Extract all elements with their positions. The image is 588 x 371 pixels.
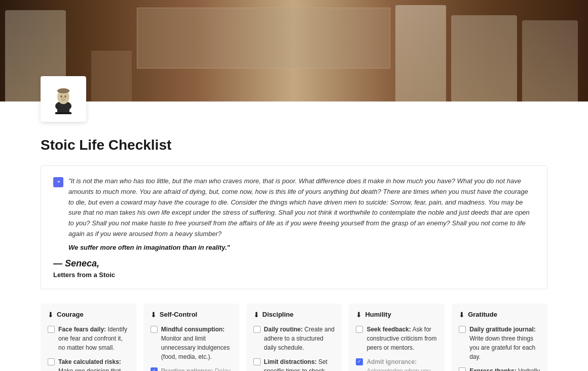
checkbox-self-control-1[interactable] [151,367,158,371]
checkbox-humility-0[interactable] [356,326,363,333]
item-label: Daily gratitude journal: Write down thre… [469,325,540,361]
item-label: Take calculated risks: Make one decision… [58,357,129,371]
checklist-col-gratitude: ⬇GratitudeDaily gratitude journal: Write… [452,303,547,371]
col-title-humility: Humility [365,311,391,318]
col-header-courage: ⬇Courage [48,311,129,319]
checklist-col-self-control: ⬇Self-ControlMindful consumption: Monito… [143,303,239,371]
list-item: Daily gratitude journal: Write down thre… [459,325,540,361]
list-item: Limit distractions: Set specific times t… [253,357,335,371]
list-item: Express thanks: Verbally thank someone w… [459,366,540,371]
item-label: Daily routine: Create and adhere to a st… [264,325,335,352]
checkbox-courage-1[interactable] [48,358,55,365]
checkbox-humility-1[interactable] [356,358,363,365]
checkbox-gratitude-1[interactable] [459,367,466,371]
checklist-col-discipline: ⬇DisciplineDaily routine: Create and adh… [246,303,342,371]
col-icon-gratitude: ⬇ [459,311,465,319]
item-label: Seek feedback: Ask for constructive crit… [366,325,437,352]
list-item: Daily routine: Create and adhere to a st… [253,325,335,352]
avatar-bust-icon [46,81,81,117]
list-item: Mindful consumption: Monitor and limit u… [151,325,232,361]
quote-header: "It is not the man who has too little, b… [53,176,535,251]
quote-author: — Seneca, [53,258,535,269]
item-label: Practice patience: Delay gratification i… [161,366,232,371]
item-label: Admit ignorance: Acknowledge when you do… [366,357,437,371]
checkbox-discipline-0[interactable] [253,326,261,333]
svg-point-5 [57,88,69,93]
col-header-discipline: ⬇Discipline [253,311,335,319]
quote-block: "It is not the man who has too little, b… [41,165,547,289]
checkbox-self-control-0[interactable] [151,326,158,333]
item-label: Mindful consumption: Monitor and limit u… [161,325,232,361]
checklist-grid: ⬇CourageFace fears daily: Identify one f… [41,303,547,371]
col-header-self-control: ⬇Self-Control [151,311,232,319]
checkbox-gratitude-0[interactable] [459,326,466,333]
col-header-gratitude: ⬇Gratitude [459,311,540,319]
avatar [41,76,86,122]
col-title-discipline: Discipline [263,311,293,318]
checkbox-courage-0[interactable] [48,326,55,333]
list-item: Practice patience: Delay gratification i… [151,366,232,371]
quote-icon [53,177,63,187]
quote-source: Letters from a Stoic [53,271,535,279]
item-label: Face fears daily: Identify one fear and … [58,325,129,352]
list-item: Admit ignorance: Acknowledge when you do… [356,357,437,371]
quote-last-line: We suffer more often in imagination than… [68,244,535,251]
page-title: Stoic Life Checklist [41,137,547,153]
list-item: Face fears daily: Identify one fear and … [48,325,129,352]
svg-point-6 [60,95,62,97]
quote-body: "It is not the man who has too little, b… [68,176,535,240]
quote-text-wrap: "It is not the man who has too little, b… [68,176,535,251]
col-title-self-control: Self-Control [160,311,197,318]
col-title-gratitude: Gratitude [468,311,497,318]
svg-point-7 [64,95,66,97]
inscription-panel [137,8,390,69]
main-content: Stoic Life Checklist "It is not the man … [0,122,588,371]
svg-rect-1 [55,112,71,114]
col-icon-self-control: ⬇ [151,311,157,319]
item-label: Limit distractions: Set specific times t… [264,357,335,371]
item-label: Express thanks: Verbally thank someone w… [469,366,540,371]
col-header-humility: ⬇Humility [356,311,437,319]
checklist-col-courage: ⬇CourageFace fears daily: Identify one f… [41,303,136,371]
checklist-col-humility: ⬇HumilitySeek feedback: Ask for construc… [349,303,445,371]
col-title-courage: Courage [57,311,84,318]
profile-section [0,76,588,122]
list-item: Seek feedback: Ask for constructive crit… [356,325,437,352]
col-icon-courage: ⬇ [48,311,54,319]
checkbox-discipline-1[interactable] [253,358,261,365]
list-item: Take calculated risks: Make one decision… [48,357,129,371]
col-icon-discipline: ⬇ [253,311,260,319]
col-icon-humility: ⬇ [356,311,362,319]
